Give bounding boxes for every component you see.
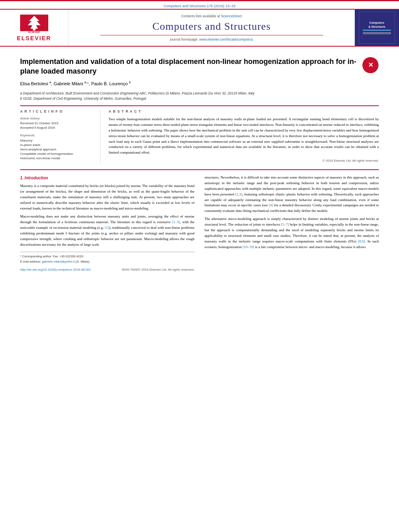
article-history: Article history: Received 31 October 201… (20, 117, 94, 129)
cite-4: [4] (269, 203, 273, 207)
footnote-star: * Corresponding author. Fax: +39 022399 … (20, 254, 195, 259)
article-title: Implementation and validation of a total… (20, 57, 362, 76)
contents-available-line: Contents lists available at ScienceDirec… (181, 14, 242, 18)
elsevier-logo: ELSEVIER ELSEVIER (17, 14, 51, 41)
svg-text:CrossMark: CrossMark (366, 70, 376, 72)
authors-line: Elisa Bertolesi a, Gabriele Milani a,*, … (20, 80, 362, 86)
keyword-1: Masonry (20, 139, 94, 142)
cite-1: [1] (105, 226, 109, 230)
cite-10-19: [10–19] (243, 245, 254, 249)
top-reference-bar: Computers and Structures 176 (2016) 13–3… (0, 0, 399, 9)
cite-8-9: [8,9] (358, 239, 365, 243)
svg-text:ELSEVIER: ELSEVIER (28, 31, 40, 33)
article-title-text: Implementation and validation of a total… (20, 57, 362, 88)
keywords-section: Keywords: Masonry In-plane loads Semi-an… (20, 134, 94, 160)
article-info-abstract-section: A R T I C L E I N F O Article history: R… (20, 105, 379, 163)
journal-header: ELSEVIER ELSEVIER Contents lists availab… (0, 9, 399, 47)
elsevier-logo-section: ELSEVIER ELSEVIER (0, 10, 68, 46)
keyword-5: Holonomic non-linear model (20, 156, 94, 160)
affiliation-a: a Department of Architecture, Built Envi… (20, 91, 379, 96)
svg-text:✕: ✕ (368, 62, 373, 68)
author-super-b: b (129, 80, 130, 84)
cite-5-7: [5–7] (281, 222, 289, 226)
article-content: Implementation and validation of a total… (0, 47, 399, 276)
footnote-email: E-mail address: gabriele.milani@polimi.i… (20, 259, 195, 264)
body-paragraph-3: structures. Nevertheless, it is difficul… (205, 175, 379, 214)
sciencedirect-link[interactable]: ScienceDirect (221, 14, 242, 18)
journal-title: Computers and Structures (152, 21, 271, 33)
body-paragraph-4: The alternative micro-modeling approach … (205, 216, 379, 250)
keyword-3: Semi-analytical approach (20, 148, 94, 151)
journal-url[interactable]: www.elsevier.com/locate/compstruc (199, 37, 253, 41)
crossmark-logo: ✕ CrossMark (362, 57, 379, 74)
journal-title-divider (100, 35, 323, 35)
elsevier-text: ELSEVIER (17, 35, 51, 41)
keyword-2: In-plane loads (20, 143, 94, 147)
accepted-date: Accepted 5 August 2016 (20, 126, 94, 129)
keywords-label: Keywords: (20, 134, 94, 137)
section1-heading: 1. Introduction (20, 175, 195, 181)
affiliation-b: b ISISE, Department of Civil Engineering… (20, 96, 379, 101)
affiliations: a Department of Architecture, Built Envi… (20, 91, 379, 101)
thumbnail-line-2 (363, 33, 391, 33)
author-super-a: a (49, 80, 51, 84)
history-label: Article history: (20, 117, 94, 120)
journal-reference-link[interactable]: Computers and Structures 176 (2016) 13–3… (164, 4, 236, 8)
journal-thumbnail: Computers& Structures (359, 12, 395, 44)
article-title-section: Implementation and validation of a total… (20, 53, 379, 88)
journal-title-section: Contents lists available at ScienceDirec… (68, 10, 355, 46)
body-two-columns: 1. Introduction Masonry is a composite m… (20, 175, 379, 272)
elsevier-tree-icon: ELSEVIER (20, 14, 48, 34)
thumbnail-line-1 (363, 32, 391, 33)
body-paragraph-1: Masonry is a composite material constitu… (20, 183, 195, 212)
thumbnail-bar (363, 30, 391, 31)
cite-2-3: [2,3] (235, 192, 242, 196)
received-date: Received 31 October 2015 (20, 121, 94, 125)
article-info-column: A R T I C L E I N F O Article history: R… (20, 109, 101, 163)
article-info-heading: A R T I C L E I N F O (20, 109, 94, 113)
journal-homepage-line: journal homepage: www.elsevier.com/locat… (170, 37, 253, 41)
issn-text: 0045-7949/© 2016 Elsevier Ltd. All right… (122, 267, 195, 272)
abstract-heading: A B S T R A C T (109, 109, 379, 113)
abstract-text: Two simple homogenization models suitabl… (109, 117, 379, 156)
copyright-line: © 2016 Elsevier Ltd. All rights reserved… (109, 159, 379, 162)
bottom-links: http://dx.doi.org/10.1016/j.compstruc.20… (20, 267, 195, 272)
body-divider (20, 169, 379, 170)
keyword-4: Compatible model of homogenization (20, 152, 94, 156)
abstract-column: A B S T R A C T Two simple homogenizatio… (109, 109, 379, 163)
doi-link[interactable]: http://dx.doi.org/10.1016/j.compstruc.20… (20, 267, 91, 272)
body-left-column: 1. Introduction Masonry is a composite m… (20, 175, 195, 272)
thumbnail-lines (363, 32, 391, 35)
email-link[interactable]: gabriele.milani@polimi.it (42, 260, 74, 263)
thumbnail-title: Computers& Structures (368, 21, 385, 28)
body-paragraph-2: Macro-modeling does not make any distinc… (20, 214, 195, 248)
cite-1-3: [1–3] (172, 220, 180, 224)
footnote-section: * Corresponding author. Fax: +39 022399 … (20, 252, 195, 264)
thumbnail-line-3 (363, 34, 391, 34)
journal-thumbnail-section: Computers& Structures (355, 10, 399, 46)
body-right-column: structures. Nevertheless, it is difficul… (205, 175, 379, 272)
